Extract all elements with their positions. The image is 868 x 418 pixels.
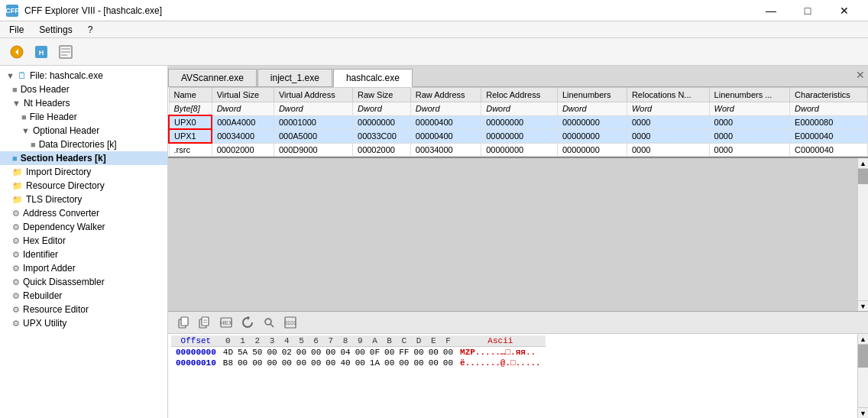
hex-byte[interactable]: 00: [382, 358, 397, 368]
tree-item-address-converter[interactable]: ⚙ Address Converter: [0, 206, 167, 220]
hex-edit-button[interactable]: 0101: [281, 314, 300, 331]
hex-copy-block-button[interactable]: [196, 314, 214, 331]
tree-item-file[interactable]: ▼ 🗒 File: hashcalc.exe: [0, 69, 167, 83]
hex-byte[interactable]: 00: [294, 358, 309, 368]
hex-byte[interactable]: 00: [235, 358, 250, 368]
tree-item-tls-directory[interactable]: 📁 TLS Directory: [0, 193, 167, 206]
hex-scroll-up[interactable]: ▲: [858, 334, 868, 345]
tab-inject[interactable]: inject_1.exe: [257, 69, 332, 86]
gear-icon: ⚙: [12, 250, 20, 260]
table-cell: 0000: [709, 143, 790, 157]
hex-byte[interactable]: 00: [264, 358, 279, 368]
hex-byte[interactable]: 4D: [221, 347, 235, 358]
table-cell: 000A4000: [212, 115, 274, 129]
tree-item-dos-header[interactable]: ■ Dos Header: [0, 83, 167, 96]
tree-item-identifier[interactable]: ⚙ Identifier: [0, 248, 167, 261]
window-controls[interactable]: — □ ✕: [753, 2, 862, 19]
tree-item-resource-editor[interactable]: ⚙ Resource Editor: [0, 303, 167, 316]
close-button[interactable]: ✕: [827, 2, 862, 19]
tree-item-hex-editor[interactable]: ⚙ Hex Editor: [0, 234, 167, 248]
hex-byte[interactable]: FF: [397, 347, 411, 358]
hex-offset: 00000000: [171, 347, 221, 358]
type-linen: Dword: [557, 102, 627, 116]
tree-item-data-directories[interactable]: ■ Data Directories [k]: [0, 138, 167, 151]
menu-file[interactable]: File: [3, 23, 30, 37]
tree-label: Optional Header: [33, 125, 99, 136]
tree-item-optional-header[interactable]: ▼ Optional Header: [0, 124, 167, 138]
toolbar-back-button[interactable]: [6, 42, 28, 62]
hex-byte[interactable]: 00: [250, 358, 264, 368]
maximize-button[interactable]: □: [790, 2, 825, 19]
hex-byte[interactable]: 04: [338, 347, 352, 358]
hex-copy-hex-button[interactable]: HEX: [217, 314, 235, 331]
tree-item-section-headers[interactable]: ■ Section Headers [k]: [0, 151, 167, 165]
hex-byte[interactable]: 0F: [368, 347, 382, 358]
toolbar-edit-button[interactable]: [55, 42, 76, 62]
hex-refresh-button[interactable]: [238, 314, 257, 331]
tab-close-button[interactable]: ✕: [856, 69, 865, 81]
tree-item-import-adder[interactable]: ⚙ Import Adder: [0, 261, 167, 275]
hex-byte[interactable]: 1A: [368, 358, 382, 368]
hex-byte[interactable]: 50: [250, 347, 264, 358]
hex-byte[interactable]: 00: [264, 347, 279, 358]
section-table-wrapper: Name Virtual Size Virtual Address Raw Si…: [168, 87, 868, 158]
tree-item-import-directory[interactable]: 📁 Import Directory: [0, 165, 167, 179]
tree-item-nt-headers[interactable]: ▼ Nt Headers: [0, 96, 167, 110]
table-row[interactable]: UPX100034000000A500000033C00000004000000…: [169, 129, 868, 143]
hex-byte[interactable]: 00: [353, 347, 368, 358]
hex-col-header: D: [411, 335, 426, 347]
hex-byte[interactable]: B8: [221, 358, 235, 368]
hex-byte[interactable]: 00: [323, 347, 338, 358]
hex-byte[interactable]: 00: [411, 347, 426, 358]
hex-row: 000000004D5A50000200000004000F00FF000000…: [171, 347, 546, 358]
table-cell: 000D9000: [274, 143, 352, 157]
scroll-down-button[interactable]: ▼: [858, 300, 868, 311]
hex-byte[interactable]: 00: [397, 358, 411, 368]
col-name: Name: [169, 88, 212, 102]
table-cell: 00000000: [481, 129, 558, 143]
tree-item-dependency-walker[interactable]: ⚙ Dependency Walker: [0, 220, 167, 234]
hex-byte[interactable]: 00: [294, 347, 309, 358]
hex-byte[interactable]: 00: [426, 358, 441, 368]
hex-byte[interactable]: 00: [441, 358, 455, 368]
menu-help[interactable]: ?: [82, 23, 99, 37]
svg-text:0101: 0101: [284, 320, 296, 326]
hex-byte[interactable]: 00: [382, 347, 397, 358]
expand-icon: ▼: [21, 126, 30, 135]
hex-byte[interactable]: 00: [353, 358, 368, 368]
right-scrollbar[interactable]: ▲ ▼: [857, 158, 868, 311]
hex-byte[interactable]: 00: [441, 347, 455, 358]
tab-hashcalc[interactable]: hashcalc.exe: [333, 69, 413, 87]
hex-col-header: 8: [338, 335, 352, 347]
tab-avscanner[interactable]: AVScanner.exe: [168, 69, 257, 86]
hex-byte[interactable]: 00: [309, 358, 323, 368]
hex-byte[interactable]: 00: [309, 347, 323, 358]
hex-scroll-thumb[interactable]: [858, 345, 868, 368]
hex-find-button[interactable]: [260, 314, 278, 331]
minimize-button[interactable]: —: [753, 2, 789, 19]
table-row[interactable]: .rsrc00002000000D90000000200000034000000…: [169, 143, 868, 157]
toolbar-home-button[interactable]: H: [31, 42, 52, 62]
tree-item-quick-disassembler[interactable]: ⚙ Quick Disassembler: [0, 275, 167, 289]
table-cell: 00000400: [410, 115, 481, 129]
hex-byte[interactable]: 02: [280, 347, 294, 358]
hex-byte[interactable]: 5A: [235, 347, 250, 358]
tree-label: Section Headers [k]: [21, 153, 106, 164]
type-name: Byte[8]: [169, 102, 212, 116]
hex-byte[interactable]: 00: [280, 358, 294, 368]
scroll-thumb[interactable]: [858, 169, 868, 184]
hex-byte[interactable]: 00: [323, 358, 338, 368]
hex-scroll-down[interactable]: ▼: [858, 407, 868, 418]
hex-byte[interactable]: 00: [426, 347, 441, 358]
col-reloc-n: Relocations N...: [627, 88, 709, 102]
hex-byte[interactable]: 40: [338, 358, 352, 368]
tree-item-resource-directory[interactable]: 📁 Resource Directory: [0, 179, 167, 193]
tree-item-rebuilder[interactable]: ⚙ Rebuilder: [0, 289, 167, 303]
tree-item-file-header[interactable]: ■ File Header: [0, 110, 167, 124]
hex-copy-button[interactable]: [174, 314, 193, 331]
menu-settings[interactable]: Settings: [33, 23, 78, 37]
hex-byte[interactable]: 00: [411, 358, 426, 368]
table-row[interactable]: UPX0000A40000000100000000000000004000000…: [169, 115, 868, 129]
scroll-up-button[interactable]: ▲: [858, 158, 868, 169]
tree-item-upx-utility[interactable]: ⚙ UPX Utility: [0, 316, 167, 330]
